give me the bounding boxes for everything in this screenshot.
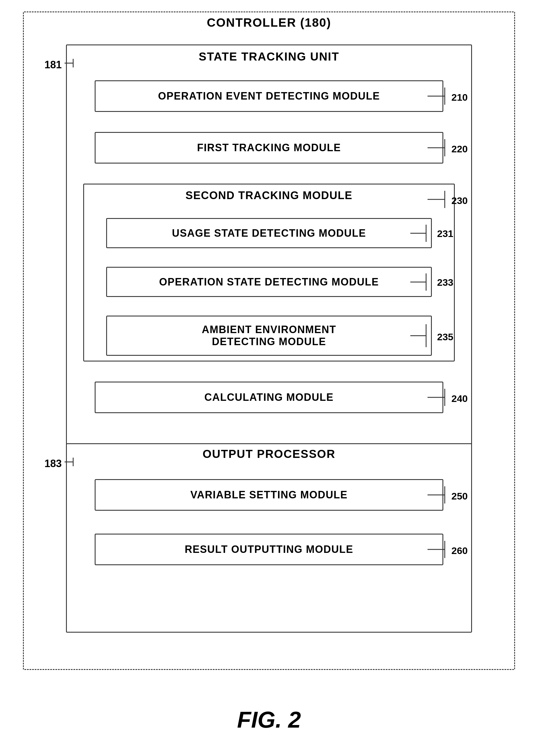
first-tracking-module-box: FIRST TRACKING MODULE — [95, 132, 443, 164]
ref-220: 220 — [451, 143, 468, 155]
ambient-env-detecting-module-box: AMBIENT ENVIRONMENTDETECTING MODULE — [106, 316, 432, 356]
operation-event-detecting-module-label: OPERATION EVENT DETECTING MODULE — [158, 90, 380, 102]
ref-235-connector — [410, 318, 439, 353]
state-tracking-unit-title: STATE TRACKING UNIT — [199, 50, 340, 63]
ref-250: 250 — [451, 491, 468, 502]
ref-231-connector — [410, 220, 439, 246]
page: CONTROLLER (180) STATE TRACKING UNIT 181… — [0, 0, 538, 756]
second-tracking-module-title: SECOND TRACKING MODULE — [186, 189, 352, 202]
ref-210: 210 — [451, 92, 468, 103]
ref-233: 233 — [437, 277, 453, 288]
operation-event-detecting-module-box: OPERATION EVENT DETECTING MODULE — [95, 80, 443, 112]
calculating-module-label: CALCULATING MODULE — [204, 391, 333, 404]
variable-setting-module-box: VARIABLE SETTING MODULE — [95, 479, 443, 511]
ref-230: 230 — [451, 195, 468, 206]
ref-240: 240 — [451, 393, 468, 404]
output-processor-title: OUTPUT PROCESSOR — [202, 448, 336, 460]
controller-title: CONTROLLER (180) — [207, 16, 331, 29]
first-tracking-module-label: FIRST TRACKING MODULE — [197, 142, 341, 154]
result-outputting-module-box: RESULT OUTPUTTING MODULE — [95, 534, 443, 565]
label-181: 181 — [44, 59, 62, 71]
figure-label: FIG. 2 — [237, 707, 301, 733]
ref-231: 231 — [437, 228, 453, 239]
variable-setting-module-label: VARIABLE SETTING MODULE — [190, 489, 348, 501]
ref-235: 235 — [437, 331, 453, 343]
usage-state-detecting-module-label: USAGE STATE DETECTING MODULE — [172, 227, 366, 239]
ref-233-connector — [410, 269, 439, 295]
label-183: 183 — [44, 458, 62, 470]
usage-state-detecting-module-box: USAGE STATE DETECTING MODULE — [106, 218, 432, 248]
ref-260: 260 — [451, 545, 468, 556]
result-outputting-module-label: RESULT OUTPUTTING MODULE — [185, 543, 353, 556]
operation-state-detecting-module-label: OPERATION STATE DETECTING MODULE — [159, 276, 379, 288]
calculating-module-box: CALCULATING MODULE — [95, 382, 443, 413]
operation-state-detecting-module-box: OPERATION STATE DETECTING MODULE — [106, 267, 432, 297]
ambient-env-detecting-module-label: AMBIENT ENVIRONMENTDETECTING MODULE — [202, 324, 336, 348]
